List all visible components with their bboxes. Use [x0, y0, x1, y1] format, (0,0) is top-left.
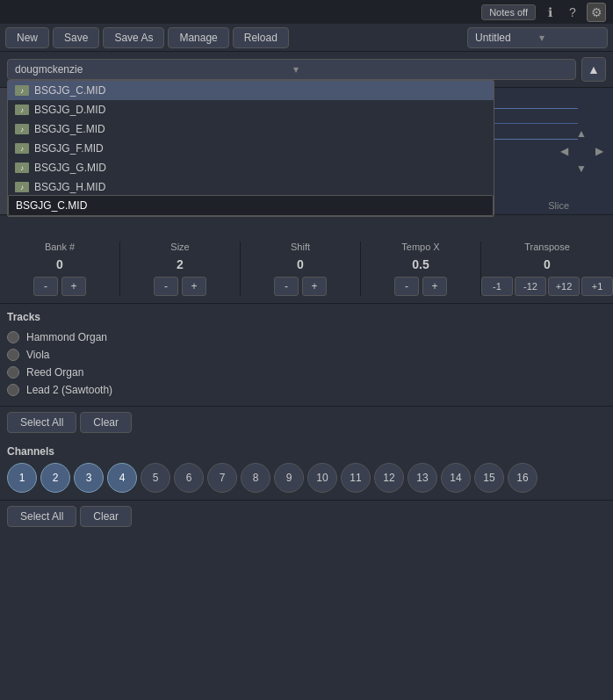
tracks-title: Tracks — [7, 311, 606, 323]
slice-arrow-cross: ▲ ◀ ▶ ▼ — [555, 125, 608, 177]
tempo-plus-btn[interactable]: + — [422, 277, 447, 296]
param-bank: Bank # 0 - + — [0, 242, 120, 296]
channel-btn-15[interactable]: 15 — [474, 463, 504, 493]
gear-icon-button[interactable]: ⚙ — [587, 3, 606, 22]
shift-value: 0 — [297, 257, 304, 271]
slice-arrow-right[interactable]: ▶ — [590, 142, 608, 160]
channels-select-all-btn[interactable]: Select All — [7, 506, 76, 527]
file-item[interactable]: ♪BSGJG_D.MID — [8, 100, 494, 119]
file-item[interactable]: ♪BSGJG_E.MID — [8, 119, 494, 139]
track-item[interactable]: Hammond Organ — [7, 328, 606, 346]
tracks-select-all-btn[interactable]: Select All — [7, 412, 76, 433]
track-dot — [7, 331, 19, 343]
file-item[interactable]: ♪BSGJG_C.MID — [8, 81, 494, 100]
channel-btn-12[interactable]: 12 — [374, 463, 404, 493]
midi-file-icon: ♪ — [15, 162, 29, 173]
channels-clear-btn[interactable]: Clear — [80, 506, 132, 527]
file-item[interactable]: ♪BSGJG_H.MID — [8, 177, 494, 195]
channel-btn-9[interactable]: 9 — [274, 463, 304, 493]
track-dot — [7, 384, 19, 396]
channels-section: Channels 12345678910111213141516 — [0, 438, 613, 500]
size-plus-btn[interactable]: + — [182, 277, 206, 296]
shift-controls: - + — [274, 277, 327, 296]
channel-btn-16[interactable]: 16 — [508, 463, 537, 493]
params-row: Bank # 0 - + Size 2 - + Shift 0 - + Temp… — [0, 235, 613, 304]
file-list: ♪BSGJG_C.MID♪BSGJG_D.MID♪BSGJG_E.MID♪BSG… — [8, 81, 494, 195]
bank-plus-btn[interactable]: + — [61, 277, 86, 296]
channel-btn-3[interactable]: 3 — [74, 463, 104, 493]
preset-select[interactable]: Untitled ▾ — [467, 27, 608, 48]
slice-arrow-up[interactable]: ▲ — [573, 125, 590, 142]
midi-file-icon: ♪ — [15, 182, 29, 192]
tracks-clear-btn[interactable]: Clear — [80, 412, 132, 433]
channel-btn-14[interactable]: 14 — [441, 463, 471, 493]
transpose-minus1-btn[interactable]: -1 — [481, 277, 513, 296]
channels-actions: Select All Clear — [0, 500, 613, 532]
channel-btn-5[interactable]: 5 — [141, 463, 170, 493]
shift-minus-btn[interactable]: - — [274, 277, 299, 296]
param-size: Size 2 - + — [120, 242, 241, 296]
slice-arrow-left[interactable]: ◀ — [555, 142, 573, 160]
file-item[interactable]: ♪BSGJG_F.MID — [8, 139, 494, 158]
file-name-input[interactable] — [8, 195, 494, 216]
channels-title: Channels — [7, 445, 606, 458]
param-transpose: Transpose 0 -1 -12 +12 +1 — [481, 242, 613, 296]
new-button[interactable]: New — [5, 27, 49, 48]
track-item[interactable]: Reed Organ — [7, 364, 606, 381]
file-item-name: BSGJG_H.MID — [34, 181, 105, 193]
channel-btn-4[interactable]: 4 — [107, 463, 137, 493]
channel-btn-6[interactable]: 6 — [174, 463, 204, 493]
info-icon-button[interactable]: ℹ — [541, 4, 559, 21]
preset-name: Untitled — [475, 32, 536, 44]
bank-minus-btn[interactable]: - — [33, 277, 58, 296]
size-value: 2 — [177, 257, 184, 271]
track-item[interactable]: Lead 2 (Sawtooth) — [7, 381, 606, 399]
channel-btn-2[interactable]: 2 — [40, 463, 70, 493]
channel-btn-7[interactable]: 7 — [207, 463, 237, 493]
shift-plus-btn[interactable]: + — [302, 277, 327, 296]
channel-btn-13[interactable]: 13 — [407, 463, 437, 493]
tempo-label: Tempo X — [401, 242, 439, 252]
channel-btn-11[interactable]: 11 — [341, 463, 371, 493]
reload-button[interactable]: Reload — [233, 27, 289, 48]
tracks-actions: Select All Clear — [0, 406, 613, 438]
upload-button[interactable]: ▲ — [581, 57, 606, 82]
track-name: Hammond Organ — [26, 331, 107, 343]
tracks-section: Tracks Hammond OrganViolaReed OrganLead … — [0, 304, 613, 406]
bank-controls: - + — [33, 277, 86, 296]
file-item-name: BSGJG_G.MID — [34, 162, 106, 174]
file-list-container: ♪BSGJG_C.MID♪BSGJG_D.MID♪BSGJG_E.MID♪BSG… — [7, 80, 494, 217]
transpose-value: 0 — [544, 257, 551, 271]
transpose-label: Transpose — [524, 242, 570, 252]
midi-file-icon: ♪ — [15, 105, 29, 115]
track-name: Viola — [26, 349, 49, 361]
source-dropdown[interactable]: dougmckenzie ▾ — [7, 59, 576, 80]
track-item[interactable]: Viola — [7, 346, 606, 364]
save-button[interactable]: Save — [53, 27, 99, 48]
track-name: Reed Organ — [26, 366, 83, 379]
size-controls: - + — [154, 277, 206, 296]
size-minus-btn[interactable]: - — [154, 277, 178, 296]
midi-file-icon: ♪ — [15, 124, 29, 134]
transpose-plus12-btn[interactable]: +12 — [548, 277, 580, 296]
file-item[interactable]: ♪BSGJG_G.MID — [8, 158, 494, 177]
track-name: Lead 2 (Sawtooth) — [26, 384, 112, 396]
preset-dropdown-arrow: ▾ — [539, 32, 600, 44]
save-as-button[interactable]: Save As — [103, 27, 164, 48]
notes-off-button[interactable]: Notes off — [481, 4, 536, 20]
transpose-controls: -1 -12 +12 +1 — [481, 277, 613, 296]
transpose-minus12-btn[interactable]: -12 — [515, 277, 546, 296]
file-item-name: BSGJG_C.MID — [34, 84, 105, 97]
channel-btn-1[interactable]: 1 — [7, 463, 37, 493]
transpose-plus1-btn[interactable]: +1 — [581, 277, 613, 296]
source-current: dougmckenzie — [15, 63, 290, 76]
channel-btn-10[interactable]: 10 — [307, 463, 337, 493]
question-icon-button[interactable]: ? — [564, 4, 581, 21]
preset-dropdown[interactable]: Untitled ▾ — [467, 27, 608, 48]
channel-btn-8[interactable]: 8 — [241, 463, 270, 493]
manage-button[interactable]: Manage — [168, 27, 228, 48]
midi-file-icon: ♪ — [15, 143, 29, 154]
tempo-minus-btn[interactable]: - — [394, 277, 419, 296]
shift-label: Shift — [291, 242, 310, 252]
slice-arrow-down[interactable]: ▼ — [573, 160, 590, 177]
